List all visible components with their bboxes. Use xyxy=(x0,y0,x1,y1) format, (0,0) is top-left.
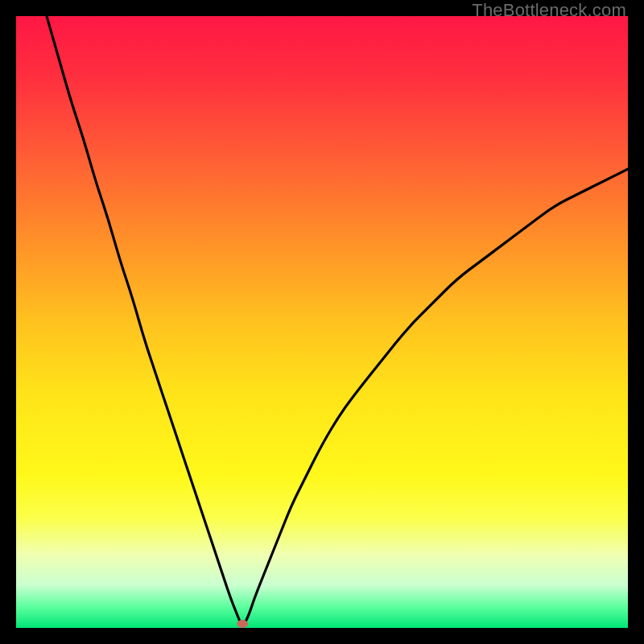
gradient-background xyxy=(16,16,628,628)
chart-frame xyxy=(16,16,628,628)
bottleneck-chart xyxy=(16,16,628,628)
watermark-text: TheBottleneck.com xyxy=(472,0,626,21)
minimum-marker xyxy=(237,620,248,628)
